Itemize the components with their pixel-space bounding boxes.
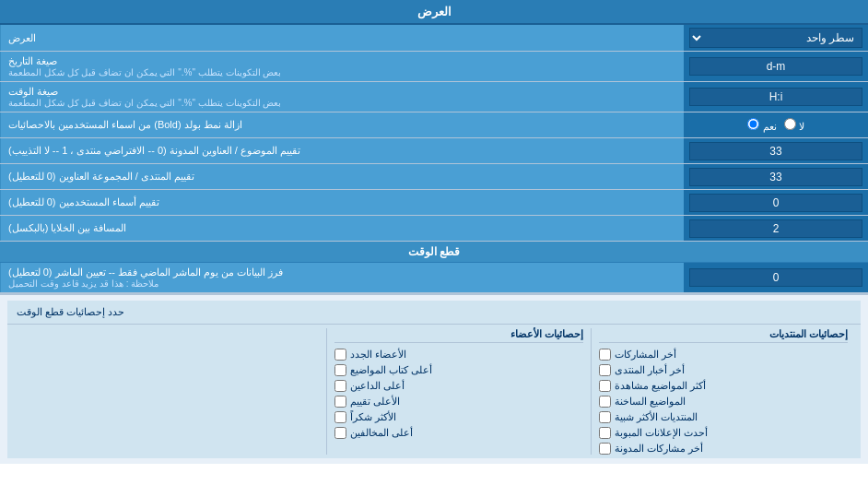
- checkbox-label-m6: أعلى المخالفين: [350, 427, 413, 439]
- date-format-sub-label: بعض التكوينات يتطلب "%." التي يمكن ان تض…: [8, 67, 281, 77]
- extra-col: [13, 328, 326, 455]
- forums-stats-col: إحصائيات المنتديات أخر المشاركات أخر أخب…: [591, 328, 855, 455]
- display-mode-label: العرض: [0, 25, 684, 51]
- date-format-label: صيغة التاريخ بعض التكوينات يتطلب "%." ال…: [0, 52, 684, 81]
- checkboxes-section: حدد إحصائيات قطع الوقت إحصائيات المنتديا…: [0, 293, 868, 464]
- topic-sort-input-cell: [684, 138, 868, 163]
- checkbox-label-2: أخر أخبار المنتدى: [615, 364, 685, 376]
- checkbox-item-m6: أعلى المخالفين: [334, 427, 583, 439]
- checkbox-item-4: المواضيع الساخنة: [599, 396, 848, 408]
- bold-removal-input-cell: لا نعم: [684, 112, 868, 137]
- topic-sort-input[interactable]: [689, 142, 862, 160]
- checkboxes-body: إحصائيات المنتديات أخر المشاركات أخر أخب…: [7, 325, 861, 458]
- cell-spacing-label: المسافة بين الخلايا (بالبكسل): [0, 216, 684, 241]
- checkbox-m4[interactable]: [334, 396, 346, 408]
- checkbox-6[interactable]: [599, 427, 611, 439]
- forum-sort-input-cell: [684, 164, 868, 189]
- bold-removal-row: لا نعم ازالة نمط بولد (Bold) من اسماء ال…: [0, 112, 868, 138]
- checkbox-label-7: أخر مشاركات المدونة: [615, 443, 703, 455]
- date-format-row: صيغة التاريخ بعض التكوينات يتطلب "%." ال…: [0, 52, 868, 82]
- date-format-input-cell: [684, 52, 868, 81]
- display-mode-select[interactable]: سطر واحد متعدد الأسطر: [689, 28, 862, 48]
- cell-spacing-input-cell: [684, 216, 868, 241]
- bold-yes-radio[interactable]: [747, 118, 759, 130]
- checkbox-m5[interactable]: [334, 411, 346, 423]
- display-mode-row: سطر واحد متعدد الأسطر العرض: [0, 25, 868, 52]
- checkbox-item-m2: أعلى كتاب المواضيع: [334, 364, 583, 376]
- checkbox-m3[interactable]: [334, 380, 346, 392]
- checkbox-3[interactable]: [599, 380, 611, 392]
- realtime-section-header: قطع الوقت: [0, 242, 868, 263]
- checkbox-item-1: أخر المشاركات: [599, 349, 848, 361]
- checkbox-label-4: المواضيع الساخنة: [615, 396, 686, 408]
- checkbox-item-m5: الأكثر شكراً: [334, 411, 583, 423]
- forums-stats-col-header: إحصائيات المنتديات: [599, 328, 848, 343]
- checkbox-label-m3: أعلى الداعين: [350, 380, 405, 392]
- usernames-sort-input-cell: [684, 190, 868, 215]
- checkbox-m2[interactable]: [334, 364, 346, 376]
- realtime-section-title: قطع الوقت: [408, 245, 460, 258]
- checkbox-item-m4: الأعلى تقييم: [334, 396, 583, 408]
- cell-spacing-row: المسافة بين الخلايا (بالبكسل): [0, 216, 868, 242]
- checkbox-item-2: أخر أخبار المنتدى: [599, 364, 848, 376]
- realtime-label: فرز البيانات من يوم الماشر الماضي فقط --…: [0, 263, 684, 292]
- checkbox-m6[interactable]: [334, 427, 346, 439]
- checkbox-7[interactable]: [599, 443, 611, 455]
- realtime-main-label: فرز البيانات من يوم الماشر الماضي فقط --…: [8, 266, 283, 278]
- checkbox-1[interactable]: [599, 349, 611, 361]
- checkbox-item-7: أخر مشاركات المدونة: [599, 443, 848, 455]
- header-title: العرض: [417, 5, 452, 18]
- topic-sort-row: تقييم الموضوع / العناوين المدونة (0 -- ا…: [0, 138, 868, 164]
- forum-sort-row: تقييم المنتدى / المجموعة العناوين (0 للت…: [0, 164, 868, 190]
- checkbox-label-6: أحدث الإعلانات المبوبة: [615, 427, 708, 439]
- date-format-input[interactable]: [689, 57, 862, 76]
- members-stats-col-header: إحصائيات الأعضاء: [334, 328, 583, 343]
- bold-yes-label[interactable]: نعم: [747, 118, 776, 133]
- topic-sort-label: تقييم الموضوع / العناوين المدونة (0 -- ا…: [0, 138, 684, 163]
- display-mode-input-cell: سطر واحد متعدد الأسطر: [684, 25, 868, 51]
- checkbox-label-3: أكثر المواضيع مشاهدة: [615, 380, 706, 392]
- checkbox-label-m2: أعلى كتاب المواضيع: [350, 364, 432, 376]
- bold-no-label[interactable]: لا: [784, 118, 804, 133]
- checkbox-5[interactable]: [599, 411, 611, 423]
- time-format-label: صيغة الوقت بعض التكوينات يتطلب "%." التي…: [0, 82, 684, 112]
- bold-no-radio[interactable]: [784, 118, 796, 130]
- checkbox-label-m4: الأعلى تقييم: [350, 396, 400, 408]
- checkbox-2[interactable]: [599, 364, 611, 376]
- usernames-sort-row: تقييم أسماء المستخدمين (0 للتعطيل): [0, 190, 868, 216]
- checkboxes-header-text: حدد إحصائيات قطع الوقت: [17, 306, 124, 318]
- time-format-input[interactable]: [689, 88, 862, 106]
- date-format-main-label: صيغة التاريخ: [8, 55, 57, 67]
- realtime-note-label: ملاحظة : هذا قد يزيد قاعد وقت التحميل: [8, 278, 158, 289]
- usernames-sort-label: تقييم أسماء المستخدمين (0 للتعطيل): [0, 190, 684, 215]
- checkbox-item-m3: أعلى الداعين: [334, 380, 583, 392]
- checkbox-item-3: أكثر المواضيع مشاهدة: [599, 380, 848, 392]
- bold-removal-radio-group: لا نعم: [747, 118, 803, 133]
- time-format-sub-label: بعض التكوينات يتطلب "%." التي يمكن ان تض…: [8, 98, 281, 108]
- realtime-row: فرز البيانات من يوم الماشر الماضي فقط --…: [0, 263, 868, 293]
- checkbox-label-1: أخر المشاركات: [615, 349, 676, 361]
- forum-sort-input[interactable]: [689, 168, 862, 186]
- usernames-sort-input[interactable]: [689, 194, 862, 212]
- checkboxes-section-header: حدد إحصائيات قطع الوقت: [7, 301, 861, 325]
- checkbox-m1[interactable]: [334, 349, 346, 361]
- checkbox-label-m5: الأكثر شكراً: [350, 411, 396, 423]
- checkbox-item-m1: الأعضاء الجدد: [334, 349, 583, 361]
- checkbox-label-m1: الأعضاء الجدد: [350, 349, 406, 361]
- cell-spacing-input[interactable]: [689, 219, 862, 238]
- time-format-input-cell: [684, 82, 868, 112]
- forum-sort-label: تقييم المنتدى / المجموعة العناوين (0 للت…: [0, 164, 684, 189]
- realtime-input-cell: [684, 263, 868, 292]
- bold-removal-label: ازالة نمط بولد (Bold) من اسماء المستخدمي…: [0, 112, 684, 137]
- time-format-row: صيغة الوقت بعض التكوينات يتطلب "%." التي…: [0, 82, 868, 112]
- checkbox-item-5: المنتديات الأكثر شبية: [599, 411, 848, 423]
- checkbox-4[interactable]: [599, 396, 611, 408]
- page-header: العرض: [0, 0, 868, 25]
- checkbox-item-6: أحدث الإعلانات المبوبة: [599, 427, 848, 439]
- realtime-input[interactable]: [689, 268, 862, 287]
- members-stats-col: إحصائيات الأعضاء الأعضاء الجدد أعلى كتاب…: [326, 328, 591, 455]
- checkbox-label-5: المنتديات الأكثر شبية: [615, 411, 698, 423]
- time-format-main-label: صيغة الوقت: [8, 86, 58, 98]
